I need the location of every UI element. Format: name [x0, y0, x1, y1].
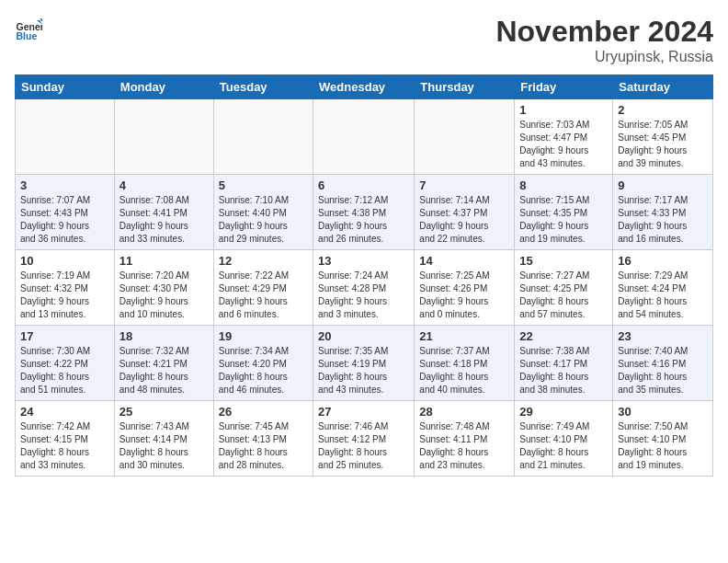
- day-number: 24: [20, 405, 109, 419]
- calendar-cell-18: 18Sunrise: 7:32 AM Sunset: 4:21 PM Dayli…: [114, 326, 213, 401]
- calendar-week-3: 17Sunrise: 7:30 AM Sunset: 4:22 PM Dayli…: [16, 326, 713, 401]
- day-info: Sunrise: 7:07 AM Sunset: 4:43 PM Dayligh…: [20, 194, 109, 246]
- calendar-header-sunday: Sunday: [16, 75, 115, 99]
- calendar-header-wednesday: Wednesday: [313, 75, 415, 99]
- day-info: Sunrise: 7:12 AM Sunset: 4:38 PM Dayligh…: [318, 194, 409, 246]
- svg-text:Blue: Blue: [17, 30, 38, 41]
- day-number: 23: [618, 329, 708, 343]
- calendar-cell-13: 13Sunrise: 7:24 AM Sunset: 4:28 PM Dayli…: [313, 250, 415, 326]
- calendar-cell-4: 4Sunrise: 7:08 AM Sunset: 4:41 PM Daylig…: [114, 175, 213, 250]
- day-info: Sunrise: 7:30 AM Sunset: 4:22 PM Dayligh…: [20, 345, 109, 396]
- calendar-cell-8: 8Sunrise: 7:15 AM Sunset: 4:35 PM Daylig…: [515, 175, 613, 250]
- calendar-cell-5: 5Sunrise: 7:10 AM Sunset: 4:40 PM Daylig…: [213, 175, 313, 250]
- page: General Blue November 2024 Uryupinsk, Ru…: [0, 0, 728, 486]
- day-info: Sunrise: 7:27 AM Sunset: 4:25 PM Dayligh…: [519, 270, 608, 321]
- calendar-cell-25: 25Sunrise: 7:43 AM Sunset: 4:14 PM Dayli…: [114, 401, 213, 477]
- day-number: 29: [519, 405, 608, 419]
- calendar-cell-2: 2Sunrise: 7:05 AM Sunset: 4:45 PM Daylig…: [613, 99, 713, 175]
- day-number: 17: [20, 329, 109, 343]
- logo: General Blue: [15, 15, 42, 42]
- day-number: 7: [419, 178, 509, 192]
- day-number: 21: [419, 329, 509, 343]
- calendar-table: SundayMondayTuesdayWednesdayThursdayFrid…: [15, 75, 713, 477]
- day-info: Sunrise: 7:19 AM Sunset: 4:32 PM Dayligh…: [20, 270, 109, 321]
- calendar-cell-27: 27Sunrise: 7:46 AM Sunset: 4:12 PM Dayli…: [313, 401, 415, 477]
- day-info: Sunrise: 7:25 AM Sunset: 4:26 PM Dayligh…: [419, 270, 509, 321]
- day-number: 11: [119, 254, 209, 268]
- title-block: November 2024 Uryupinsk, Russia: [495, 15, 713, 65]
- day-info: Sunrise: 7:29 AM Sunset: 4:24 PM Dayligh…: [618, 270, 708, 321]
- calendar-cell-empty: [415, 99, 515, 175]
- calendar-cell-20: 20Sunrise: 7:35 AM Sunset: 4:19 PM Dayli…: [313, 326, 415, 401]
- calendar-cell-16: 16Sunrise: 7:29 AM Sunset: 4:24 PM Dayli…: [613, 250, 713, 326]
- day-number: 15: [519, 254, 608, 268]
- day-number: 30: [618, 405, 708, 419]
- day-number: 3: [20, 178, 109, 192]
- header: General Blue November 2024 Uryupinsk, Ru…: [15, 15, 713, 65]
- day-info: Sunrise: 7:46 AM Sunset: 4:12 PM Dayligh…: [318, 420, 409, 472]
- day-info: Sunrise: 7:34 AM Sunset: 4:20 PM Dayligh…: [219, 345, 308, 396]
- calendar-header-monday: Monday: [114, 75, 213, 99]
- calendar-cell-24: 24Sunrise: 7:42 AM Sunset: 4:15 PM Dayli…: [16, 401, 115, 477]
- day-info: Sunrise: 7:37 AM Sunset: 4:18 PM Dayligh…: [419, 345, 509, 396]
- calendar-cell-1: 1Sunrise: 7:03 AM Sunset: 4:47 PM Daylig…: [515, 99, 613, 175]
- day-number: 16: [618, 254, 708, 268]
- day-number: 8: [519, 178, 608, 192]
- calendar-cell-empty: [313, 99, 415, 175]
- day-info: Sunrise: 7:15 AM Sunset: 4:35 PM Dayligh…: [519, 194, 608, 246]
- day-info: Sunrise: 7:35 AM Sunset: 4:19 PM Dayligh…: [318, 345, 409, 396]
- day-info: Sunrise: 7:08 AM Sunset: 4:41 PM Dayligh…: [119, 194, 209, 246]
- day-info: Sunrise: 7:38 AM Sunset: 4:17 PM Dayligh…: [519, 345, 608, 396]
- calendar-week-1: 3Sunrise: 7:07 AM Sunset: 4:43 PM Daylig…: [16, 175, 713, 250]
- calendar-header-thursday: Thursday: [415, 75, 515, 99]
- logo-icon: General Blue: [15, 15, 42, 42]
- day-number: 12: [219, 254, 308, 268]
- day-info: Sunrise: 7:03 AM Sunset: 4:47 PM Dayligh…: [519, 119, 608, 170]
- day-number: 5: [219, 178, 308, 192]
- calendar-cell-28: 28Sunrise: 7:48 AM Sunset: 4:11 PM Dayli…: [415, 401, 515, 477]
- day-number: 20: [318, 329, 409, 343]
- calendar-cell-11: 11Sunrise: 7:20 AM Sunset: 4:30 PM Dayli…: [114, 250, 213, 326]
- calendar-week-4: 24Sunrise: 7:42 AM Sunset: 4:15 PM Dayli…: [16, 401, 713, 477]
- calendar-cell-empty: [114, 99, 213, 175]
- calendar-cell-6: 6Sunrise: 7:12 AM Sunset: 4:38 PM Daylig…: [313, 175, 415, 250]
- day-info: Sunrise: 7:24 AM Sunset: 4:28 PM Dayligh…: [318, 270, 409, 321]
- day-info: Sunrise: 7:22 AM Sunset: 4:29 PM Dayligh…: [219, 270, 308, 321]
- calendar-cell-9: 9Sunrise: 7:17 AM Sunset: 4:33 PM Daylig…: [613, 175, 713, 250]
- calendar-cell-23: 23Sunrise: 7:40 AM Sunset: 4:16 PM Dayli…: [613, 326, 713, 401]
- day-info: Sunrise: 7:50 AM Sunset: 4:10 PM Dayligh…: [618, 420, 708, 472]
- calendar-cell-22: 22Sunrise: 7:38 AM Sunset: 4:17 PM Dayli…: [515, 326, 613, 401]
- day-info: Sunrise: 7:05 AM Sunset: 4:45 PM Dayligh…: [618, 119, 708, 170]
- calendar-cell-empty: [16, 99, 115, 175]
- day-info: Sunrise: 7:49 AM Sunset: 4:10 PM Dayligh…: [519, 420, 608, 472]
- calendar-cell-7: 7Sunrise: 7:14 AM Sunset: 4:37 PM Daylig…: [415, 175, 515, 250]
- day-number: 4: [119, 178, 209, 192]
- calendar-cell-12: 12Sunrise: 7:22 AM Sunset: 4:29 PM Dayli…: [213, 250, 313, 326]
- day-number: 27: [318, 405, 409, 419]
- day-number: 14: [419, 254, 509, 268]
- day-info: Sunrise: 7:42 AM Sunset: 4:15 PM Dayligh…: [20, 420, 109, 472]
- calendar-header-row: SundayMondayTuesdayWednesdayThursdayFrid…: [16, 75, 713, 99]
- calendar-week-2: 10Sunrise: 7:19 AM Sunset: 4:32 PM Dayli…: [16, 250, 713, 326]
- calendar-cell-26: 26Sunrise: 7:45 AM Sunset: 4:13 PM Dayli…: [213, 401, 313, 477]
- calendar-cell-empty: [213, 99, 313, 175]
- day-info: Sunrise: 7:43 AM Sunset: 4:14 PM Dayligh…: [119, 420, 209, 472]
- month-year: November 2024: [495, 15, 713, 49]
- day-number: 25: [119, 405, 209, 419]
- calendar-cell-30: 30Sunrise: 7:50 AM Sunset: 4:10 PM Dayli…: [613, 401, 713, 477]
- day-number: 2: [618, 103, 708, 117]
- day-info: Sunrise: 7:45 AM Sunset: 4:13 PM Dayligh…: [219, 420, 308, 472]
- day-info: Sunrise: 7:10 AM Sunset: 4:40 PM Dayligh…: [219, 194, 308, 246]
- day-number: 9: [618, 178, 708, 192]
- day-number: 10: [20, 254, 109, 268]
- location: Uryupinsk, Russia: [495, 49, 713, 65]
- day-number: 1: [519, 103, 608, 117]
- calendar-cell-3: 3Sunrise: 7:07 AM Sunset: 4:43 PM Daylig…: [16, 175, 115, 250]
- day-number: 22: [519, 329, 608, 343]
- day-number: 26: [219, 405, 308, 419]
- calendar-cell-19: 19Sunrise: 7:34 AM Sunset: 4:20 PM Dayli…: [213, 326, 313, 401]
- day-info: Sunrise: 7:32 AM Sunset: 4:21 PM Dayligh…: [119, 345, 209, 396]
- day-info: Sunrise: 7:48 AM Sunset: 4:11 PM Dayligh…: [419, 420, 509, 472]
- calendar-cell-29: 29Sunrise: 7:49 AM Sunset: 4:10 PM Dayli…: [515, 401, 613, 477]
- day-number: 13: [318, 254, 409, 268]
